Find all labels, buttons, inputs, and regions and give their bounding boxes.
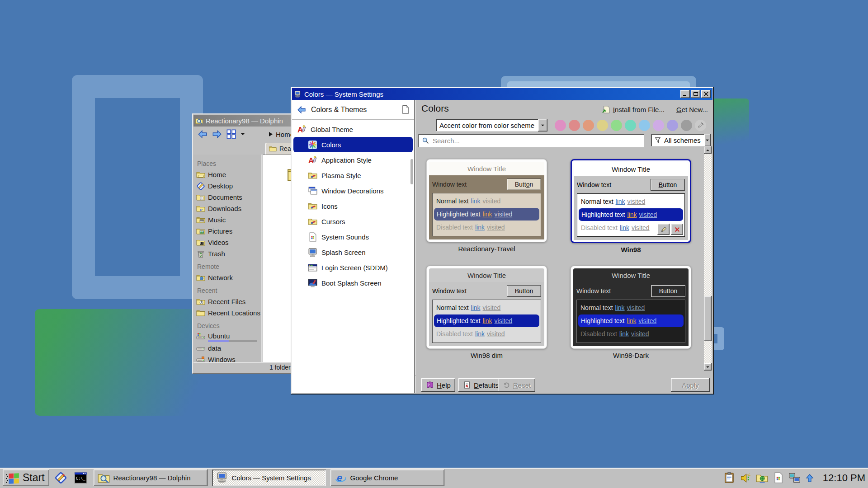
accent-color-swatch[interactable] <box>555 120 566 131</box>
task-button-label: Colors — System Settings <box>232 474 311 482</box>
back-button[interactable] <box>197 129 208 140</box>
task-button-google-chrome[interactable]: eGoogle Chrome <box>330 469 444 486</box>
network-computers-icon[interactable] <box>788 472 801 484</box>
dropdown-button[interactable] <box>704 134 711 146</box>
places-item-windows[interactable]: Windows <box>196 354 261 362</box>
sidebar-scrollbar-thumb[interactable] <box>410 159 413 184</box>
help-button[interactable]: ? Help <box>421 378 455 392</box>
places-item-music[interactable]: Music <box>196 214 261 225</box>
places-item-ubuntu[interactable]: Ubuntu <box>196 331 261 343</box>
places-item-label: Documents <box>208 193 261 201</box>
places-item-network[interactable]: Network <box>196 272 261 283</box>
accent-color-swatch[interactable] <box>611 120 622 131</box>
sidebar-item-colors[interactable]: Colors <box>293 137 413 152</box>
pencil-icon <box>660 226 667 233</box>
maximize-icon <box>693 92 698 96</box>
terminal-icon: C:\_ <box>74 471 87 484</box>
accent-color-swatch[interactable] <box>639 120 650 131</box>
sidebar-item-system-sounds[interactable]: System Sounds <box>293 229 413 244</box>
custom-color-picker-button[interactable] <box>695 120 706 131</box>
places-item-data[interactable]: data <box>196 343 261 354</box>
up-arrow-icon[interactable] <box>805 473 815 483</box>
accent-color-swatch[interactable] <box>569 120 580 131</box>
delete-scheme-button[interactable] <box>671 224 683 235</box>
preview-highlighted-text: Highlighted text <box>581 211 625 218</box>
sidebar-item-application-style[interactable]: AApplication Style <box>293 152 413 168</box>
places-item-videos[interactable]: Videos <box>196 237 261 248</box>
places-item-home[interactable]: Home <box>196 169 261 180</box>
preview-visited: visited <box>639 211 657 218</box>
settings-footer: ? Help Defaults Reset Apply <box>415 375 712 393</box>
get-new-button[interactable]: Get New... <box>676 106 708 113</box>
accent-color-dropdown[interactable]: Accent color from color scheme <box>436 119 547 131</box>
sidebar-item-login-screen-sddm-[interactable]: Login Screen (SDDM) <box>293 260 413 275</box>
preview-visited: visited <box>632 224 650 231</box>
close-button[interactable] <box>701 90 711 98</box>
accent-color-swatch[interactable] <box>653 120 664 131</box>
wallpaper-square-outline <box>72 75 203 299</box>
back-arrow-icon[interactable] <box>297 105 307 115</box>
sidebar-item-global-theme[interactable]: AGlobal Theme <box>293 122 413 137</box>
page-icon[interactable] <box>401 105 410 114</box>
maximize-button[interactable] <box>691 90 700 98</box>
places-item-recent-locations[interactable]: Recent Locations <box>196 307 261 319</box>
install-from-file-button[interactable]: Install from File... <box>602 105 665 114</box>
forward-button[interactable] <box>212 129 222 140</box>
places-item-documents[interactable]: Documents <box>196 192 261 203</box>
chevron-down-icon[interactable] <box>241 132 245 136</box>
filter-icon <box>655 137 661 143</box>
accent-color-swatch[interactable] <box>597 120 608 131</box>
location-home-button[interactable]: Home <box>269 131 294 138</box>
show-desktop-button[interactable] <box>53 470 69 486</box>
scheme-card-win98-dim[interactable]: Window Title Window text Button Normal t… <box>426 266 547 359</box>
scheme-card-win98[interactable]: Window Title Window text Button Normal t… <box>571 159 691 253</box>
defaults-icon <box>463 381 471 389</box>
apply-button[interactable]: Apply <box>671 378 710 392</box>
close-icon <box>703 92 709 96</box>
scheme-filter-dropdown[interactable]: All schemes <box>651 134 709 146</box>
schemes-scrollbar[interactable] <box>704 146 712 371</box>
accent-color-swatch[interactable] <box>625 120 636 131</box>
places-item-pictures[interactable]: Pictures <box>196 225 261 237</box>
start-button[interactable]: Start <box>3 469 49 486</box>
search-input[interactable] <box>433 137 641 145</box>
places-item-trash[interactable]: Trash <box>196 248 261 259</box>
edit-scheme-button[interactable] <box>657 224 670 235</box>
settings-titlebar[interactable]: Colors — System Settings <box>292 88 712 100</box>
sidebar-item-boot-splash-screen[interactable]: Boot Splash Screen <box>293 275 413 291</box>
view-mode-button[interactable] <box>226 129 237 140</box>
scroll-down-button[interactable] <box>704 363 712 371</box>
task-button-reactionary98-dolphin[interactable]: Reactionary98 — Dolphin <box>94 469 208 486</box>
network-share-icon[interactable] <box>756 472 768 484</box>
sidebar-item-icons[interactable]: Icons <box>293 198 413 214</box>
defaults-button[interactable]: Defaults <box>458 378 503 392</box>
task-button-colors-system-settings[interactable]: Colors — System Settings <box>212 469 326 486</box>
terminal-launcher[interactable]: C:\_ <box>73 470 89 486</box>
preview-button: Button <box>507 285 541 297</box>
scheme-card-reactionary-travel[interactable]: Window Title Window text Button Normal t… <box>426 159 547 253</box>
minimize-button[interactable] <box>680 90 690 98</box>
sidebar-item-cursors[interactable]: Cursors <box>293 214 413 229</box>
splash-screen-icon <box>308 248 317 257</box>
windows-page-icon[interactable] <box>772 472 784 484</box>
reset-button[interactable]: Reset <box>498 378 535 392</box>
accent-color-swatch[interactable] <box>583 120 594 131</box>
places-item-label: Recent Files <box>208 298 261 305</box>
clipboard-icon[interactable] <box>723 472 736 484</box>
sidebar-item-splash-screen[interactable]: Splash Screen <box>293 244 413 260</box>
dropdown-button[interactable] <box>538 119 547 131</box>
places-item-recent-files[interactable]: Recent Files <box>196 296 261 307</box>
scheme-card-win98-dark[interactable]: Window Title Window text Button Normal t… <box>571 266 691 359</box>
places-item-desktop[interactable]: Desktop <box>196 180 261 192</box>
volume-icon[interactable] <box>740 472 752 484</box>
taskbar-clock[interactable]: 12:10 PM <box>823 472 865 484</box>
scrollbar-thumb[interactable] <box>704 296 712 341</box>
places-item-downloads[interactable]: eDownloads <box>196 203 261 214</box>
sidebar-item-window-decorations[interactable]: Window Decorations <box>293 183 413 198</box>
preview-disabled-text: Disabled text <box>436 330 473 338</box>
scroll-up-button[interactable] <box>704 146 712 154</box>
search-field[interactable] <box>418 134 644 147</box>
accent-color-swatch[interactable] <box>667 120 678 131</box>
sidebar-item-plasma-style[interactable]: Plasma Style <box>293 168 413 183</box>
accent-color-swatch[interactable] <box>681 120 692 131</box>
